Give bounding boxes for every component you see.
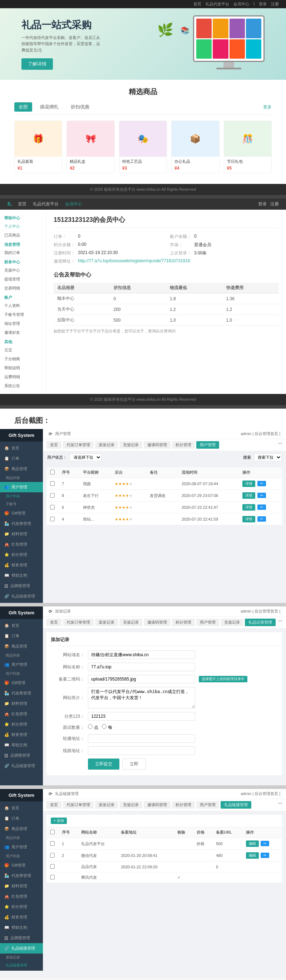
member-nav-home[interactable]: 首页 xyxy=(18,201,27,207)
admin-menu-material[interactable]: 📁 材料管理 xyxy=(0,529,43,539)
sidebar-item-transactions[interactable]: 交易明细 xyxy=(0,284,46,293)
giftlink-checkbox-3[interactable] xyxy=(50,864,55,869)
admin-menu-helpdoc[interactable]: 📖 帮助文档 xyxy=(0,570,43,581)
tab2-users[interactable]: 用户管理 xyxy=(196,619,219,626)
nav-home[interactable]: 首页 xyxy=(194,2,201,7)
admin3-menu-giftlink-list[interactable]: 礼品链接管理 xyxy=(0,961,43,969)
product-card-3[interactable]: 🎭 特色工艺品 ¥3 xyxy=(119,121,167,173)
btn-gl-edit-1[interactable]: 编辑 xyxy=(246,840,259,847)
admin2-menu-user-list[interactable]: 用户列表 xyxy=(0,670,43,678)
giftlink-checkbox-2[interactable] xyxy=(50,853,55,858)
tab2-points[interactable]: 积分管理 xyxy=(172,619,195,626)
filter-tab-all[interactable]: 全部 xyxy=(14,102,32,111)
form-input-banner[interactable] xyxy=(88,734,195,743)
tab-recharge-1[interactable]: 充值记录 xyxy=(119,441,142,449)
nav-products[interactable]: 礼品代发平台 xyxy=(205,2,229,7)
admin-menu-users[interactable]: 👥 用户管理 xyxy=(0,482,43,492)
admin2-menu-helpdoc[interactable]: 📖 帮助文档 xyxy=(0,740,43,750)
tab-home-1[interactable]: 首页 xyxy=(46,441,62,449)
btn-detail-2[interactable]: 详情 xyxy=(242,492,255,499)
tab2-dispatch[interactable]: 派发记录 xyxy=(95,619,118,626)
product-card-4[interactable]: 📦 办公礼品 ¥4 xyxy=(171,121,219,173)
radio-label-2[interactable]: 每 xyxy=(102,724,112,730)
admin2-menu-products[interactable]: 📦 商品管理 xyxy=(0,641,43,652)
radio-quantity-1[interactable] xyxy=(88,724,92,729)
admin-menu-orders[interactable]: 📋 订单 xyxy=(0,453,43,464)
topbar-icon-refresh-2[interactable]: ⟳ xyxy=(49,609,52,614)
admin-menu-brandimg[interactable]: 🖼 品牌图管理 xyxy=(0,581,43,591)
admin-menu-giftlink[interactable]: 🔗 礼品链接管理 xyxy=(0,591,43,601)
sidebar-item-recharge[interactable]: 充值中心 xyxy=(0,266,46,275)
row-checkbox-1[interactable] xyxy=(50,481,55,486)
admin-menu-user-list[interactable]: 用户列表 xyxy=(0,492,43,500)
tab-points-1[interactable]: 积分管理 xyxy=(172,441,195,449)
admin3-menu-users[interactable]: 👥 用户管理 xyxy=(0,842,43,852)
btn-edit-2[interactable]: ✏ xyxy=(257,493,266,498)
topbar-icon-refresh-3[interactable]: ⟳ xyxy=(49,791,52,797)
btn-detail-3[interactable]: 详情 xyxy=(242,504,255,511)
product-card-5[interactable]: 🎊 节日礼包 ¥5 xyxy=(224,121,272,173)
select-all-3[interactable] xyxy=(50,830,55,834)
sidebar-item-subaccount[interactable]: 子账号管理 xyxy=(0,310,46,319)
form-input-domain[interactable] xyxy=(88,651,195,659)
sidebar-item-address[interactable]: 地址管理 xyxy=(0,319,46,328)
tab2-giftrecord[interactable]: 礼品记录管理 xyxy=(245,619,276,626)
product-card-1[interactable]: 🎁 礼品套装 ¥1 xyxy=(14,121,62,173)
admin-menu-product-list[interactable]: 商品列表 xyxy=(0,474,43,482)
filter-more[interactable]: 更多 xyxy=(263,104,272,110)
filter-select-search[interactable]: 搜索下拉 xyxy=(254,453,282,461)
admin2-menu-home[interactable]: 🏠 首页 xyxy=(0,620,43,631)
giftlink-checkbox-1[interactable] xyxy=(50,841,55,846)
btn-upload-qrcode[interactable]: 选择图片上传到程序目录中 xyxy=(199,676,247,682)
row-checkbox-3[interactable] xyxy=(50,505,55,509)
sidebar-item-withdraw[interactable]: 提现管理 xyxy=(0,275,46,284)
form-input-qrcode[interactable] xyxy=(88,675,195,683)
btn-save-form[interactable]: 立即 xyxy=(122,759,146,770)
admin-menu-distributor[interactable]: 🏪 代发商管理 xyxy=(0,519,43,529)
select-all-checkbox[interactable] xyxy=(50,470,55,474)
tab3-points[interactable]: 积分管理 xyxy=(172,801,195,809)
admin2-menu-brandimg[interactable]: 🖼 品牌图管理 xyxy=(0,750,43,760)
tab3-invite[interactable]: 邀请码管理 xyxy=(144,801,170,809)
admin2-menu-orders[interactable]: 📋 订单 xyxy=(0,631,43,641)
admin3-menu-material[interactable]: 📁 材料管理 xyxy=(0,881,43,891)
tab-dispatch-1[interactable]: 派发记录 xyxy=(95,441,118,449)
tab3-more[interactable]: >> xyxy=(278,801,283,809)
tab3-recharge[interactable]: 充值记录 xyxy=(119,801,142,809)
member-nav-register[interactable]: 注册 xyxy=(270,201,279,207)
nav-login[interactable]: 登录 xyxy=(259,2,267,7)
admin2-menu-finance[interactable]: 💰 财务管理 xyxy=(0,730,43,740)
admin-menu-redpack[interactable]: 🎪 红包管理 xyxy=(0,539,43,550)
admin-menu-points[interactable]: ⭐ 积分管理 xyxy=(0,550,43,560)
admin2-menu-redpack[interactable]: 🎪 红包管理 xyxy=(0,709,43,719)
invite-link[interactable]: http://77.a7u.top/bonusweb/register/mjco… xyxy=(78,258,190,264)
sidebar-item-orders[interactable]: 我的订单 xyxy=(0,248,46,257)
admin3-menu-gift[interactable]: 🎁 Gift管理 xyxy=(0,860,43,870)
sidebar-item-help[interactable]: 帮助说明 xyxy=(0,364,46,372)
sidebar-item-bought[interactable]: 已买商品 xyxy=(0,231,46,240)
admin-menu-home[interactable]: 🏠 首页 xyxy=(0,443,43,453)
tab3-dispatch[interactable]: 派发记录 xyxy=(95,801,118,809)
topbar-icon-refresh[interactable]: ⟳ xyxy=(49,431,52,436)
form-input-category[interactable] xyxy=(88,712,195,721)
admin2-menu-users[interactable]: 👥 用户管理 xyxy=(0,659,43,670)
form-input-route[interactable] xyxy=(88,746,195,755)
sidebar-item-invite[interactable]: 邀请好友 xyxy=(0,328,46,337)
tab2-more[interactable]: >> xyxy=(278,619,283,626)
admin2-menu-giftlink[interactable]: 🔗 礼品链接管理 xyxy=(0,760,43,771)
sidebar-item-personal[interactable]: 个人资料 xyxy=(0,301,46,310)
product-card-2[interactable]: 🎀 精品礼盒 ¥2 xyxy=(67,121,114,173)
admin3-menu-helpdoc[interactable]: 📖 帮助文档 xyxy=(0,923,43,933)
btn-gl-edit-2[interactable]: 编辑 xyxy=(246,852,259,859)
admin-menu-sub-account[interactable]: 子账号 xyxy=(0,500,43,508)
btn-gl-icon-1[interactable]: ✏ xyxy=(261,841,269,846)
admin3-menu-user-list[interactable]: 用户列表 xyxy=(0,852,43,860)
btn-detail-4[interactable]: 详情 xyxy=(242,516,255,522)
tab-orders-1[interactable]: 代发订单管理 xyxy=(63,441,94,449)
admin2-menu-points[interactable]: ⭐ 积分管理 xyxy=(0,719,43,730)
tab2-orders[interactable]: 代发订单管理 xyxy=(63,619,94,626)
admin-menu-finance[interactable]: 💰 财务管理 xyxy=(0,560,43,570)
tab2-home[interactable]: 首页 xyxy=(46,619,62,626)
form-textarea-desc[interactable]: 打造一个以代发平台/代www.shiba.cn成立打造，代发平台，中国十大发货！ xyxy=(88,687,195,708)
giftlink-checkbox-4[interactable] xyxy=(50,875,55,880)
